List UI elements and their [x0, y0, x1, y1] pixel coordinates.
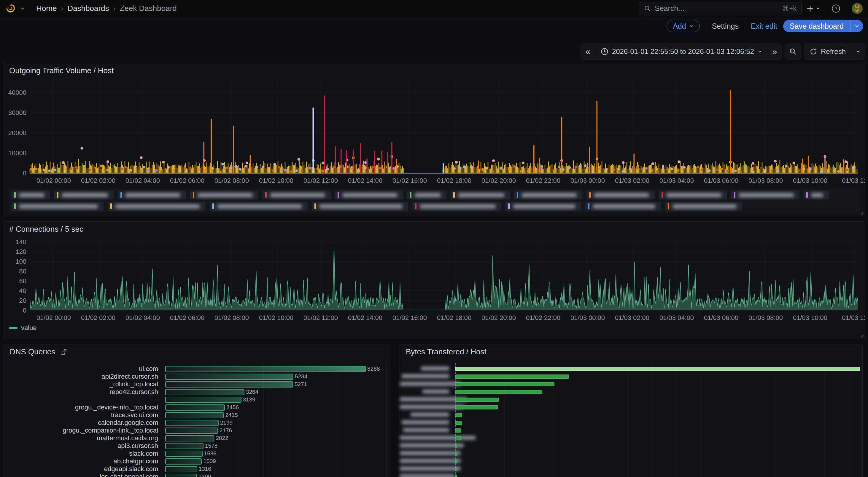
refresh-group: Refresh — [804, 43, 865, 60]
dns-value-label: 3139 — [243, 397, 255, 403]
dns-bar[interactable] — [165, 458, 202, 465]
legend-series-chip[interactable] — [659, 191, 727, 199]
dns-row: repo42.cursor.sh3264 — [4, 388, 390, 396]
legend-series-chip[interactable] — [11, 191, 50, 199]
dns-bar[interactable] — [165, 404, 225, 411]
legend-series-chip[interactable] — [312, 202, 408, 211]
redacted-host-label — [402, 374, 449, 378]
redacted-host-label — [410, 413, 449, 416]
breadcrumb-dashboards[interactable]: Dashboards — [67, 4, 109, 13]
dns-bar[interactable] — [165, 420, 219, 426]
legend-series-chip[interactable] — [407, 191, 446, 199]
legend-series-chip[interactable] — [585, 202, 661, 211]
legend-series-chip[interactable] — [804, 191, 829, 199]
legend-series-chip[interactable] — [412, 202, 501, 211]
refresh-button[interactable]: Refresh — [804, 44, 851, 59]
dns-bar[interactable] — [165, 397, 242, 403]
bytes-bar[interactable] — [455, 421, 462, 425]
bytes-bar[interactable] — [455, 405, 498, 409]
panel-title[interactable]: Bytes Transfered / Host — [406, 347, 487, 356]
dns-bar[interactable] — [165, 389, 244, 395]
legend-series-chip[interactable] — [118, 191, 186, 199]
zoom-out-time-button[interactable] — [785, 44, 801, 59]
legend-series-chip[interactable] — [262, 191, 331, 199]
x-axis-tick-label: 01/02 12:00 — [304, 177, 338, 184]
dns-bar[interactable] — [165, 474, 197, 477]
panel-resize-handle[interactable] — [859, 210, 864, 215]
breadcrumb-home[interactable]: Home — [36, 4, 57, 13]
x-axis-tick-label: 01/02 18:00 — [437, 314, 471, 321]
dns-bar[interactable] — [165, 412, 224, 418]
help-button[interactable]: ? — [830, 3, 842, 14]
dns-value-label: 8268 — [367, 366, 380, 372]
add-panel-button[interactable]: Add — [666, 20, 700, 32]
bytes-bar[interactable] — [455, 459, 457, 464]
bytes-bar[interactable] — [455, 398, 499, 402]
zoom-out-group — [785, 43, 801, 60]
bytes-bar[interactable] — [455, 413, 462, 417]
bytes-bar[interactable] — [455, 436, 461, 440]
panel-title[interactable]: DNS Queries — [10, 347, 55, 356]
settings-button[interactable]: Settings — [712, 22, 739, 31]
legend-series-chip[interactable] — [108, 202, 206, 211]
dns-bar[interactable] — [165, 428, 218, 434]
bytes-bar[interactable] — [455, 444, 457, 448]
legend-series-chip[interactable] — [731, 191, 800, 199]
bytes-row — [400, 434, 862, 442]
legend-series-chip[interactable] — [11, 202, 103, 211]
legend-series-chip[interactable] — [210, 202, 308, 211]
search-input[interactable]: Search... ⌘+k — [639, 2, 802, 15]
bytes-bar[interactable] — [455, 429, 461, 433]
bytes-bar[interactable] — [455, 382, 554, 386]
series-swatch[interactable] — [9, 327, 18, 329]
nav-expand-chevron-icon[interactable] — [20, 6, 25, 11]
connections-chart[interactable]: 01/02 00:0001/02 02:0001/02 04:0001/02 0… — [3, 222, 865, 339]
svg-text:?: ? — [835, 6, 837, 11]
bytes-row — [400, 411, 862, 419]
y-axis-tick-label: 20 — [19, 297, 26, 304]
panel-resize-handle[interactable] — [859, 333, 864, 338]
legend-series-chip[interactable] — [514, 191, 582, 199]
time-shift-forward-button[interactable]: » — [768, 44, 782, 59]
series-color-bar — [338, 192, 339, 198]
dns-bar[interactable] — [165, 366, 366, 372]
time-range-picker[interactable]: 2026-01-01 22:55:50 to 2026-01-03 12:06:… — [595, 44, 768, 59]
legend-series-chip[interactable] — [665, 202, 742, 211]
external-link-icon[interactable] — [60, 348, 67, 355]
legend-series-chip[interactable] — [505, 202, 581, 211]
bytes-bar[interactable] — [455, 367, 860, 371]
save-options-button[interactable] — [850, 20, 863, 32]
bytes-bar[interactable] — [455, 451, 457, 456]
dns-bar[interactable] — [165, 443, 204, 449]
dns-value-label: 1316 — [199, 466, 211, 472]
dns-bar[interactable] — [165, 451, 203, 457]
dns-bar[interactable] — [165, 381, 293, 387]
save-dashboard-button[interactable]: Save dashboard — [783, 22, 850, 31]
dns-domain-label: _rdlink._tcp.local — [4, 380, 158, 388]
user-avatar[interactable] — [852, 3, 863, 14]
dns-bar[interactable] — [165, 374, 293, 380]
legend-series-chip[interactable] — [451, 191, 510, 199]
redacted-series-name — [62, 193, 108, 197]
series-color-bar — [588, 203, 589, 209]
legend-series-chip[interactable] — [335, 191, 403, 199]
dns-value-label: 1578 — [205, 443, 217, 449]
bytes-bar[interactable] — [455, 390, 542, 394]
dns-bar[interactable] — [165, 435, 214, 441]
dns-domain-label: calendar.google.com — [4, 419, 158, 427]
refresh-interval-button[interactable] — [851, 44, 865, 59]
series-color-bar — [314, 203, 316, 209]
add-new-button[interactable] — [806, 3, 820, 14]
series-label[interactable]: value — [21, 324, 37, 332]
bytes-bar[interactable] — [455, 467, 457, 471]
legend-series-chip[interactable] — [190, 191, 258, 199]
bytes-bar[interactable] — [455, 374, 569, 379]
legend-series-chip[interactable] — [587, 191, 655, 199]
legend-series-chip[interactable] — [54, 191, 114, 199]
series-color-bar — [111, 203, 112, 209]
grafana-logo[interactable] — [5, 3, 16, 14]
time-shift-back-button[interactable]: « — [581, 44, 595, 59]
bytes-bar[interactable] — [455, 475, 457, 477]
exit-edit-button[interactable]: Exit edit — [751, 22, 777, 31]
dns-bar[interactable] — [165, 466, 197, 472]
